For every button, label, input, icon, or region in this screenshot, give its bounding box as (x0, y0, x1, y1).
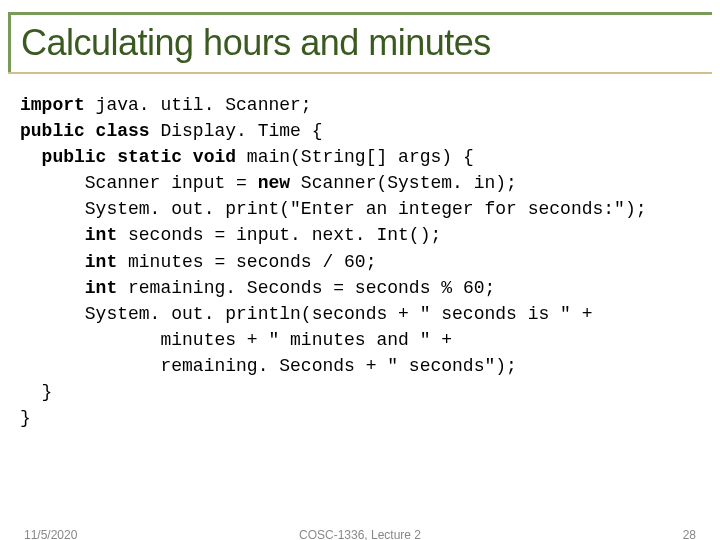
slide: Calculating hours and minutes import jav… (0, 12, 720, 540)
kw-public-static-void: public static void (20, 147, 236, 167)
slide-title: Calculating hours and minutes (11, 12, 712, 72)
kw-int: int (20, 278, 117, 298)
code-text: main(String[] args) { (236, 147, 474, 167)
code-text: Scanner(System. in); (290, 173, 517, 193)
code-text: Scanner input = (20, 173, 258, 193)
footer-course: COSC-1336, Lecture 2 (248, 528, 472, 540)
code-text: seconds = input. next. Int(); (117, 225, 441, 245)
title-container: Calculating hours and minutes (8, 12, 712, 72)
code-text: System. out. print("Enter an integer for… (20, 199, 647, 219)
kw-import: import (20, 95, 85, 115)
kw-int: int (20, 252, 117, 272)
code-text: remaining. Seconds + " seconds"); (20, 356, 517, 376)
code-text: minutes = seconds / 60; (117, 252, 376, 272)
code-text: System. out. println(seconds + " seconds… (20, 304, 593, 324)
kw-int: int (20, 225, 117, 245)
kw-public-class: public class (20, 121, 150, 141)
footer: 11/5/2020 COSC-1336, Lecture 2 28 (0, 528, 720, 540)
code-text: java. util. Scanner; (85, 95, 312, 115)
code-text: } (20, 408, 31, 428)
code-text: remaining. Seconds = seconds % 60; (117, 278, 495, 298)
code-block: import java. util. Scanner; public class… (0, 74, 720, 431)
footer-page: 28 (472, 528, 696, 540)
code-text: minutes + " minutes and " + (20, 330, 452, 350)
code-text: Display. Time { (150, 121, 323, 141)
footer-date: 11/5/2020 (24, 528, 248, 540)
kw-new: new (258, 173, 290, 193)
code-text: } (20, 382, 52, 402)
